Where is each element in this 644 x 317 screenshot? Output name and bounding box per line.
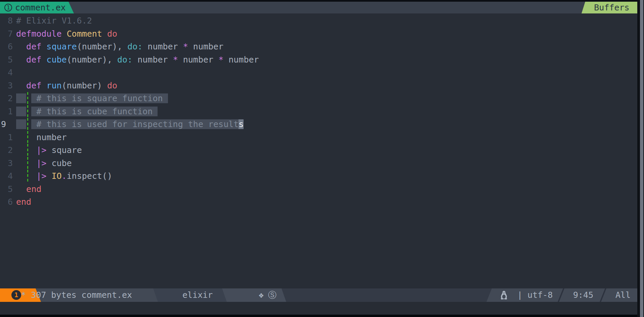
window-number-badge: 1: [11, 290, 21, 300]
cursor-block: s: [239, 119, 244, 129]
indent-guide-icon: [27, 131, 28, 144]
code-token: [16, 184, 26, 194]
code-token: number: [16, 132, 67, 142]
code-line: 2 |> square: [0, 144, 637, 157]
code-token: number: [178, 55, 218, 65]
code-line: 4: [0, 66, 637, 79]
code-text: # this is cube function: [16, 107, 158, 116]
command-line-area: [0, 302, 637, 315]
code-line: 2 # this is square function: [0, 92, 637, 105]
buffers-group-label[interactable]: Buffers: [582, 2, 637, 13]
line-number: 5: [0, 183, 13, 196]
code-token: (number): [61, 81, 107, 90]
scroll-position: All: [615, 288, 631, 302]
code-line: 5 def cube(number), do: number * number …: [0, 53, 637, 67]
code-text: def run(number) do: [16, 81, 117, 90]
code-token: [16, 107, 26, 116]
line-number: 5: [0, 53, 13, 67]
editor-area[interactable]: 8# Elixir V1.6.27defmodule Comment do6 d…: [0, 13, 637, 288]
code-token: [31, 119, 36, 129]
code-token: [41, 55, 46, 65]
code-text: |> IO.inspect(): [16, 171, 112, 181]
code-token: [102, 29, 107, 39]
code-line: 9 # this is used for inspecting the resu…: [0, 118, 637, 131]
code-text: # this is used for inspecting the result…: [16, 119, 244, 129]
code-line: 8# Elixir V1.6.2: [0, 14, 637, 28]
code-text: # Elixir V1.6.2: [16, 16, 92, 26]
code-token: number: [132, 55, 173, 65]
line-number: 3: [0, 79, 13, 92]
code-token: Comment: [67, 29, 102, 39]
line-number: 3: [0, 157, 13, 170]
code-token: [31, 93, 36, 103]
code-token: [16, 55, 26, 65]
indent-guide-icon: [27, 170, 28, 183]
code-token: inspect(): [67, 171, 112, 181]
code-token: [16, 158, 36, 168]
code-token: number: [188, 42, 223, 51]
major-mode-label[interactable]: elixir: [182, 288, 213, 302]
code-token: [41, 42, 46, 51]
code-text: end: [16, 197, 31, 207]
code-token: [16, 93, 26, 103]
tab-bar: 1 comment.ex Buffers: [0, 2, 637, 13]
indent-guide-icon: [27, 92, 28, 105]
line-number: 2: [0, 144, 13, 157]
code-token: [153, 107, 158, 116]
line-number: 6: [0, 196, 13, 209]
code-text: number: [16, 132, 67, 142]
diamond-icon: ❖: [259, 288, 264, 302]
editor-window: 1 comment.ex Buffers 8# Elixir V1.6.27de…: [0, 0, 644, 317]
code-token: do: [107, 81, 117, 90]
code-token: *: [218, 55, 223, 65]
code-token: number: [223, 55, 259, 65]
indent-guide-icon: [27, 118, 28, 131]
minor-mode-icons: ❖ Ⓢ: [259, 288, 276, 302]
editor-lines: 8# Elixir V1.6.27defmodule Comment do6 d…: [0, 13, 637, 209]
code-token: .: [62, 171, 67, 181]
code-line: 5 end: [0, 183, 637, 196]
indent-guide-icon: [27, 144, 28, 157]
status-text-layer: 1 * 307 bytes comment.ex elixir ❖ Ⓢ | ut…: [0, 288, 637, 302]
code-line: 3 def run(number) do: [0, 79, 637, 92]
scrollbar: [637, 0, 644, 317]
code-token: do: [107, 29, 117, 39]
code-token: |>: [36, 158, 46, 168]
code-token: [16, 42, 26, 51]
code-token: end: [26, 184, 41, 194]
encoding-label: | utf-8: [517, 288, 553, 302]
code-token: (number),: [77, 42, 128, 51]
window-bottom-strip: [0, 315, 644, 317]
code-token: [16, 81, 26, 90]
code-line: 7defmodule Comment do: [0, 28, 637, 41]
tab-label: comment.ex: [15, 3, 66, 12]
file-info: * 307 bytes comment.ex: [21, 288, 132, 302]
line-number: 1: [0, 105, 13, 118]
code-token: def: [26, 55, 41, 65]
code-token: square: [46, 145, 82, 155]
code-text: |> square: [16, 145, 82, 155]
code-token: (number),: [67, 55, 118, 65]
code-text: defmodule Comment do: [16, 29, 117, 39]
code-token: [16, 119, 26, 129]
code-text: def square(number), do: number * number: [16, 42, 223, 51]
code-text: end: [16, 184, 41, 194]
code-token: [163, 93, 168, 103]
scrollbar-thumb[interactable]: [640, 0, 643, 317]
code-token: |>: [36, 171, 46, 181]
code-token: def: [26, 42, 41, 51]
code-text: |> cube: [16, 158, 72, 168]
code-token: [16, 171, 36, 181]
code-token: do:: [127, 42, 142, 51]
status-bar: 1 * 307 bytes comment.ex elixir ❖ Ⓢ | ut…: [0, 288, 637, 302]
code-token: # this is square function: [36, 93, 163, 103]
tab-comment-ex[interactable]: 1 comment.ex: [0, 2, 74, 13]
code-token: |>: [36, 145, 46, 155]
tab-number-badge: 1: [4, 4, 12, 11]
code-token: [31, 107, 36, 116]
line-number: 2: [0, 92, 13, 105]
code-line: 1 number: [0, 131, 637, 144]
line-number: 7: [0, 28, 13, 41]
line-number: 8: [0, 14, 13, 28]
code-token: square: [46, 42, 77, 51]
